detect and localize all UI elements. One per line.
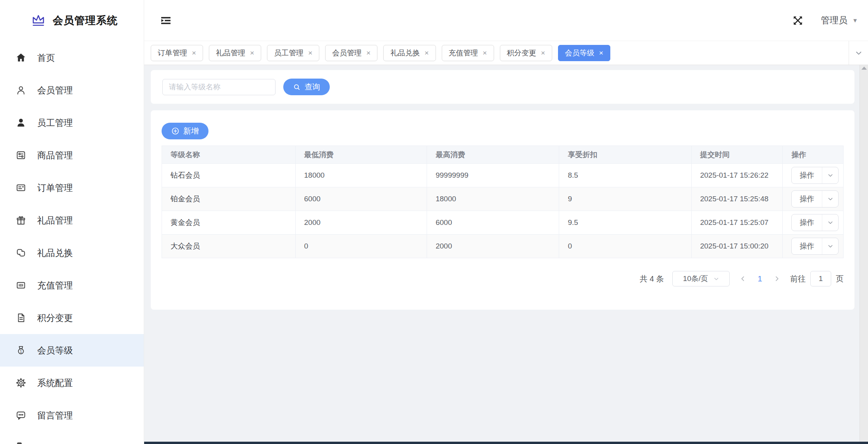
vertical-scrollbar[interactable] bbox=[859, 65, 868, 444]
sidebar-item-orders[interactable]: 订单管理 bbox=[0, 171, 144, 204]
chevron-down-icon[interactable] bbox=[822, 167, 838, 183]
chevron-down-icon[interactable] bbox=[822, 238, 838, 254]
document-icon bbox=[16, 312, 26, 323]
chevron-down-icon[interactable] bbox=[822, 214, 838, 231]
close-icon[interactable]: × bbox=[599, 49, 603, 57]
row-actions-button[interactable]: 操作 bbox=[791, 190, 839, 207]
table-header-row: 等级名称 最低消费 最高消费 享受折扣 提交时间 操作 bbox=[162, 146, 844, 164]
page-size-select[interactable]: 10条/页 bbox=[672, 271, 730, 286]
sidebar-item-label: 订单管理 bbox=[37, 182, 73, 194]
sidebar-item-label: 员工管理 bbox=[37, 117, 73, 129]
cell-actions: 操作 bbox=[783, 187, 844, 211]
sidebar-item-label: 积分变更 bbox=[37, 312, 73, 324]
close-icon[interactable]: × bbox=[250, 49, 254, 57]
close-icon[interactable]: × bbox=[192, 49, 196, 57]
user-dropdown[interactable]: 管理员 ▼ bbox=[821, 14, 858, 26]
close-icon[interactable]: × bbox=[366, 49, 370, 57]
row-actions-button[interactable]: 操作 bbox=[791, 238, 839, 255]
col-header-level-name: 等级名称 bbox=[162, 146, 296, 164]
sidebar-item-staff[interactable]: 员工管理 bbox=[0, 106, 144, 139]
tab-gift-exchange[interactable]: 礼品兑换 × bbox=[383, 45, 436, 61]
tab-label: 订单管理 bbox=[158, 48, 187, 58]
top-header: 管理员 ▼ bbox=[144, 0, 868, 41]
add-button-label: 新增 bbox=[183, 126, 199, 136]
close-icon[interactable]: × bbox=[308, 49, 312, 57]
sidebar-item-member-level[interactable]: 1 会员等级 bbox=[0, 334, 144, 367]
cell-level-name: 铂金会员 bbox=[162, 187, 296, 211]
next-page-icon[interactable] bbox=[772, 275, 782, 282]
app-logo: 会员管理系统 bbox=[0, 0, 144, 41]
sidebar: 会员管理系统 首页 会员管理 bbox=[0, 0, 144, 444]
sidebar-item-messages[interactable]: 留言管理 bbox=[0, 399, 144, 432]
cell-max-spend: 6000 bbox=[427, 211, 559, 235]
sidebar-item-system-config[interactable]: 系统配置 bbox=[0, 367, 144, 399]
sidebar-item-points[interactable]: 积分变更 bbox=[0, 302, 144, 334]
cell-discount: 8.5 bbox=[559, 164, 691, 187]
cell-min-spend: 18000 bbox=[295, 164, 427, 187]
tab-order-management[interactable]: 订单管理 × bbox=[151, 45, 203, 61]
tab-recharge-management[interactable]: 充值管理 × bbox=[442, 45, 494, 61]
tab-member-management[interactable]: 会员管理 × bbox=[325, 45, 377, 61]
page-number[interactable]: 1 bbox=[756, 274, 764, 283]
col-header-min-spend: 最低消费 bbox=[295, 146, 427, 164]
main-content: 查询 新增 bbox=[144, 65, 868, 444]
chevron-down-icon[interactable] bbox=[822, 191, 838, 207]
search-button[interactable]: 查询 bbox=[283, 79, 330, 95]
page-unit-label: 页 bbox=[836, 274, 844, 284]
goto-label: 前往 bbox=[790, 274, 806, 284]
row-actions-label: 操作 bbox=[792, 170, 822, 180]
user-filled-icon bbox=[16, 117, 26, 128]
tab-gift-management[interactable]: 礼品管理 × bbox=[209, 45, 261, 61]
scroll-up-arrow-icon[interactable] bbox=[861, 67, 867, 70]
recharge-icon bbox=[16, 280, 26, 291]
tabs-overflow-button[interactable] bbox=[849, 41, 868, 65]
close-icon[interactable]: × bbox=[424, 49, 429, 57]
pagination: 共 4 条 10条/页 1 前往 页 bbox=[162, 271, 844, 286]
tab-label: 会员管理 bbox=[332, 48, 362, 58]
sidebar-item-gifts[interactable]: 礼品管理 bbox=[0, 204, 144, 237]
sidebar-item-goods[interactable]: 商品管理 bbox=[0, 139, 144, 171]
row-actions-button[interactable]: 操作 bbox=[791, 167, 839, 184]
horizontal-scrollbar-thumb[interactable] bbox=[144, 442, 868, 444]
message-icon bbox=[16, 410, 26, 421]
tab-label: 员工管理 bbox=[274, 48, 303, 58]
table-row: 钻石会员 18000 99999999 8.5 2025-01-17 15:26… bbox=[162, 164, 844, 187]
cell-level-name: 钻石会员 bbox=[162, 164, 296, 187]
prev-page-icon[interactable] bbox=[738, 275, 747, 282]
cell-level-name: 黄金会员 bbox=[162, 211, 296, 235]
cell-discount: 9 bbox=[559, 187, 691, 211]
order-icon bbox=[16, 182, 26, 193]
caret-down-icon: ▼ bbox=[852, 17, 858, 24]
table-row: 大众会员 0 2000 0 2025-01-17 15:00:20 操作 bbox=[162, 235, 844, 258]
tab-member-level[interactable]: 会员等级 × bbox=[558, 45, 610, 61]
row-actions-button[interactable]: 操作 bbox=[791, 214, 839, 231]
search-panel: 查询 bbox=[151, 70, 854, 104]
close-icon[interactable]: × bbox=[541, 49, 545, 57]
sidebar-item-label: 会员管理 bbox=[37, 84, 73, 96]
sidebar-item-members[interactable]: 会员管理 bbox=[0, 74, 144, 106]
tab-staff-management[interactable]: 员工管理 × bbox=[267, 45, 319, 61]
app-title: 会员管理系统 bbox=[53, 14, 118, 27]
fullscreen-icon[interactable] bbox=[792, 15, 804, 26]
cell-discount: 0 bbox=[559, 235, 691, 258]
tab-points-change[interactable]: 积分变更 × bbox=[500, 45, 552, 61]
goto-page-input[interactable] bbox=[810, 271, 831, 286]
user-outline-icon bbox=[16, 85, 26, 96]
sidebar-item-gift-exchange[interactable]: 礼品兑换 bbox=[0, 237, 144, 269]
cell-submit-time: 2025-01-17 15:00:20 bbox=[691, 235, 783, 258]
cell-submit-time: 2025-01-17 15:25:07 bbox=[691, 211, 783, 235]
search-icon bbox=[293, 83, 301, 91]
goods-icon bbox=[16, 150, 26, 161]
sidebar-item-label: 首页 bbox=[37, 52, 55, 64]
user-name: 管理员 bbox=[821, 14, 847, 26]
sidebar-item-recharge[interactable]: 充值管理 bbox=[0, 269, 144, 302]
add-button[interactable]: 新增 bbox=[162, 123, 208, 139]
close-icon[interactable]: × bbox=[483, 49, 487, 57]
level-name-input[interactable] bbox=[162, 79, 276, 95]
page-size-value: 10条/页 bbox=[683, 274, 708, 284]
sidebar-item-label: 商品管理 bbox=[37, 149, 73, 161]
search-button-label: 查询 bbox=[305, 82, 320, 92]
sidebar-item-home[interactable]: 首页 bbox=[0, 41, 144, 74]
cell-min-spend: 6000 bbox=[295, 187, 427, 211]
sidebar-collapse-icon[interactable] bbox=[160, 14, 172, 27]
